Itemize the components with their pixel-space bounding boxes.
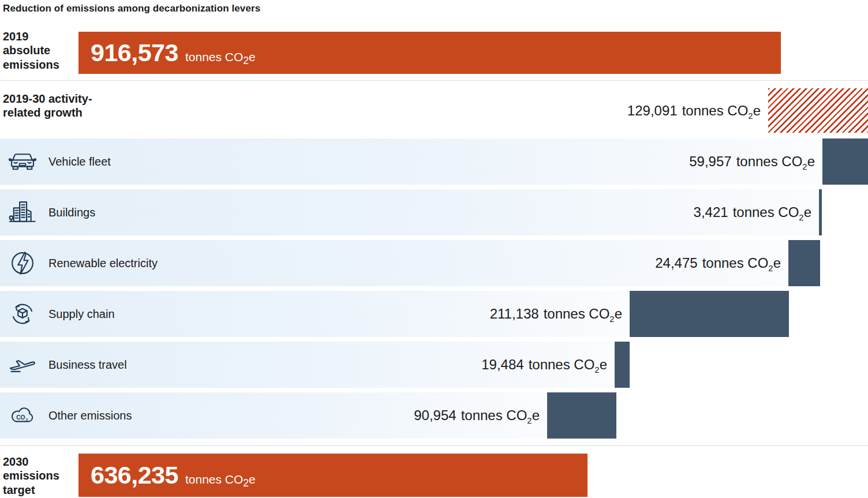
bar-business-travel xyxy=(615,342,630,388)
end-value: 636,235 xyxy=(91,461,178,489)
end-row-label: 2030 emissions target xyxy=(3,455,71,497)
lever-row-buildings: Buildings 3,421tonnes CO2e xyxy=(0,189,868,235)
lever-row-business-travel: Business travel 19,484tonnes CO2e xyxy=(0,342,868,388)
bar-2030-emissions-target: 636,235tonnes CO2e xyxy=(78,454,588,497)
lever-row-renewable-electricity: Renewable electricity 24,475tonnes CO2e xyxy=(0,240,868,286)
bar-2019-absolute-emissions: 916,573tonnes CO2e xyxy=(78,32,781,74)
lever-value: 90,954tonnes CO2e xyxy=(0,392,540,439)
end-unit: tonnes CO2e xyxy=(185,473,256,486)
lever-value: 19,484tonnes CO2e xyxy=(0,342,607,388)
section-divider-top xyxy=(0,80,868,81)
bar-other-emissions xyxy=(547,392,616,439)
lever-row-other-emissions: CO 2 Other emissions 90,954tonnes CO2e xyxy=(0,392,868,439)
lever-value: 3,421tonnes CO2e xyxy=(0,189,811,235)
start-unit: tonnes CO2e xyxy=(185,50,256,63)
bar-vehicle-fleet xyxy=(822,138,868,185)
lever-value: 59,957tonnes CO2e xyxy=(0,138,815,185)
waterfall-chart: Reduction of emissions among decarboniza… xyxy=(0,0,868,498)
bar-renewable-electricity xyxy=(788,240,820,286)
bar-activity-growth-hatched xyxy=(768,88,868,133)
bar-supply-chain xyxy=(630,291,789,337)
lever-row-supply-chain: Supply chain 211,138tonnes CO2e xyxy=(0,291,868,337)
growth-value: 129,091tonnes CO2e xyxy=(0,88,761,133)
lever-value: 211,138tonnes CO2e xyxy=(0,291,622,337)
lever-row-vehicle-fleet: Vehicle fleet 59,957tonnes CO2e xyxy=(0,138,868,185)
lever-value: 24,475tonnes CO2e xyxy=(0,240,781,286)
chart-title: Reduction of emissions among decarboniza… xyxy=(3,3,260,14)
start-row-label: 2019 absolute emissions xyxy=(3,29,71,72)
start-value: 916,573 xyxy=(91,39,178,66)
section-divider-bottom xyxy=(0,445,868,446)
bar-buildings xyxy=(819,189,822,235)
